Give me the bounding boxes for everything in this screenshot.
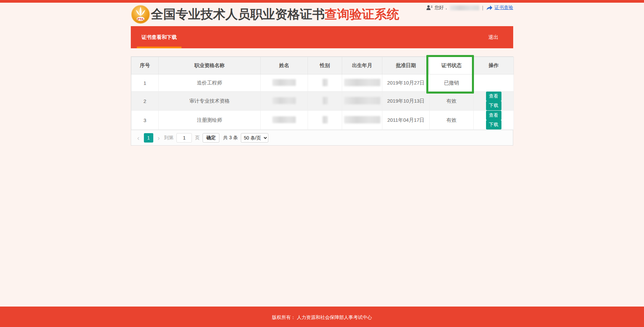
- cell-qualification: 审计专业技术资格: [159, 92, 261, 111]
- cell-name-blurred: [261, 111, 308, 130]
- table-row: 2 审计专业技术资格 2019年10月13日 有效 查看 下载: [131, 92, 514, 111]
- cell-gender-blurred: [308, 92, 342, 111]
- certificate-verify-link[interactable]: 证书查验: [486, 5, 513, 11]
- cell-name-blurred: [261, 92, 308, 111]
- prev-page-chevron[interactable]: ‹: [136, 134, 141, 141]
- total-count-label: 共 3 条: [223, 135, 238, 141]
- cell-actions-empty: [474, 74, 514, 92]
- page-number-input[interactable]: [176, 133, 192, 143]
- pta-logo-text: PTA: [138, 17, 144, 21]
- download-button[interactable]: 下载: [486, 120, 501, 129]
- cell-qualification: 造价工程师: [159, 74, 261, 92]
- col-header-name: 姓名: [261, 57, 308, 74]
- brand: PTA 全国专业技术人员职业资格证书查询验证系统: [131, 5, 399, 24]
- blurred-username: [450, 5, 479, 10]
- certificate-verify-label: 证书查验: [494, 5, 513, 11]
- page-title-accent: 查询验证系统: [325, 7, 399, 21]
- col-header-no: 序号: [131, 57, 159, 74]
- col-header-birth: 出生年月: [342, 57, 382, 74]
- page-size-select[interactable]: 50 条/页: [241, 133, 268, 143]
- cell-qualification: 注册测绘师: [159, 111, 261, 130]
- goto-page-prefix-label: 到第: [164, 135, 173, 141]
- cell-actions: 查看 下载: [474, 111, 514, 130]
- blurred-gender: [322, 97, 328, 104]
- copyright-text: 版权所有： 人力资源和社会保障部人事考试中心: [0, 307, 644, 321]
- blurred-name: [272, 79, 296, 86]
- page: PTA 全国专业技术人员职业资格证书查询验证系统 您好， |: [0, 0, 644, 146]
- cell-gender-blurred: [308, 111, 342, 130]
- greeting-label: 您好，: [434, 5, 448, 11]
- view-button[interactable]: 查看: [486, 111, 501, 120]
- cell-approval-date: 2011年04月17日: [382, 111, 430, 130]
- page-title: 全国专业技术人员职业资格证书查询验证系统: [151, 6, 399, 23]
- cell-actions: 查看 下载: [474, 92, 514, 111]
- pagination-bar: ‹ 1 › 到第 页 确定 共 3 条 50 条/页: [131, 130, 513, 145]
- blurred-birth: [344, 79, 380, 86]
- goto-page-suffix-label: 页: [195, 135, 200, 141]
- blurred-name: [272, 97, 296, 104]
- divider: |: [482, 5, 483, 10]
- cell-no: 3: [131, 111, 159, 130]
- blurred-name: [272, 116, 296, 123]
- logout-button[interactable]: 退出: [488, 34, 498, 41]
- col-header-approval-date: 批准日期: [382, 57, 430, 74]
- site-header: PTA 全国专业技术人员职业资格证书查询验证系统 您好， |: [131, 3, 513, 26]
- current-page-button[interactable]: 1: [144, 133, 153, 143]
- cell-approval-date: 2019年10月27日: [382, 74, 430, 92]
- cell-no: 1: [131, 74, 159, 92]
- cell-approval-date: 2019年10月13日: [382, 92, 430, 111]
- confirm-page-button[interactable]: 确定: [203, 133, 219, 143]
- active-tab-underline: [137, 47, 181, 48]
- table-row: 1 造价工程师 2019年10月27日 已撤销: [131, 74, 514, 92]
- cell-gender-blurred: [308, 74, 342, 92]
- blurred-gender: [322, 116, 328, 123]
- top-red-strip: [0, 0, 644, 3]
- col-header-qualification: 职业资格名称: [159, 57, 261, 74]
- col-header-gender: 性别: [308, 57, 342, 74]
- blurred-birth: [344, 116, 380, 123]
- next-page-chevron[interactable]: ›: [156, 134, 161, 141]
- view-button[interactable]: 查看: [486, 92, 501, 101]
- certificate-table: 序号 职业资格名称 姓名 性别 出生年月 批准日期 证书状态 操作 1 造价工程…: [131, 57, 514, 130]
- cell-name-blurred: [261, 74, 308, 92]
- footer: 版权所有： 人力资源和社会保障部人事考试中心: [0, 307, 644, 327]
- col-header-status: 证书状态: [430, 57, 474, 74]
- cell-birth-blurred: [342, 74, 382, 92]
- table-row: 3 注册测绘师 2011年04月17日 有效 查看 下载: [131, 111, 514, 130]
- navbar: 证书查看和下载 退出: [131, 26, 513, 48]
- user-icon: [426, 5, 433, 10]
- blurred-birth: [344, 97, 380, 104]
- cell-status: 有效: [430, 92, 474, 111]
- tab-view-and-download[interactable]: 证书查看和下载: [137, 26, 181, 48]
- share-arrow-icon: [486, 5, 493, 10]
- download-button[interactable]: 下载: [486, 101, 501, 110]
- pta-logo-icon: PTA: [131, 5, 150, 24]
- cell-status: 已撤销: [430, 74, 474, 92]
- col-header-actions: 操作: [474, 57, 514, 74]
- tab-view-and-download-label: 证书查看和下载: [142, 34, 177, 41]
- blurred-gender: [322, 79, 328, 86]
- certificate-table-container: 序号 职业资格名称 姓名 性别 出生年月 批准日期 证书状态 操作 1 造价工程…: [131, 56, 513, 146]
- page-title-main: 全国专业技术人员职业资格证书: [151, 7, 325, 21]
- user-area: 您好， | 证书查验: [426, 5, 513, 11]
- cell-status: 有效: [430, 111, 474, 130]
- cell-no: 2: [131, 92, 159, 111]
- table-header-row: 序号 职业资格名称 姓名 性别 出生年月 批准日期 证书状态 操作: [131, 57, 514, 74]
- cell-birth-blurred: [342, 92, 382, 111]
- cell-birth-blurred: [342, 111, 382, 130]
